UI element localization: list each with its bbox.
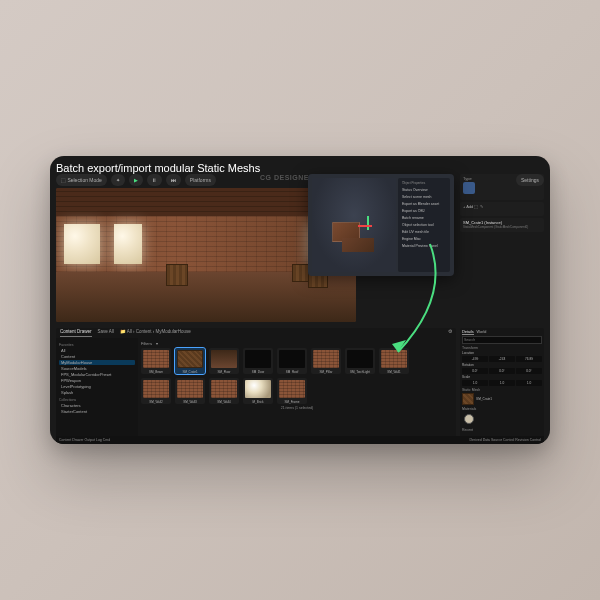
- tool-pill[interactable]: ✦: [111, 174, 125, 186]
- right-panels: Type + Add ⬚ ✎ SM_Crate1 (Instance) Stat…: [460, 174, 544, 328]
- asset-tile[interactable]: SM_Wall3: [175, 378, 205, 404]
- tree-item[interactable]: All: [59, 348, 135, 353]
- mode-pill[interactable]: ⬚ Selection Mode: [56, 174, 107, 186]
- settings-icon[interactable]: ⚙: [448, 329, 452, 337]
- menu-item[interactable]: Select scene mesh: [400, 194, 448, 200]
- asset-tile[interactable]: SM_Floor: [209, 348, 239, 374]
- material-sphere[interactable]: [464, 414, 474, 424]
- browser-tabs: Content Drawer Save All 📁 All › Content …: [56, 328, 456, 338]
- tab-details[interactable]: Details: [462, 330, 474, 335]
- screenshot-card: Batch export/import modular Static Meshs…: [50, 156, 550, 444]
- asset-tile[interactable]: SM_Wall4: [209, 378, 239, 404]
- menu-item[interactable]: Engine Misc: [400, 236, 448, 242]
- details-panel: Details World Transform Location -499-24…: [460, 328, 544, 438]
- tab-content-drawer[interactable]: Content Drawer: [60, 329, 92, 337]
- tree-item[interactable]: Content: [59, 354, 135, 359]
- tree-item[interactable]: FPS_ModularCorridorPreset: [59, 372, 135, 377]
- tree-item[interactable]: StarterContent: [59, 409, 135, 414]
- gizmo-icon[interactable]: [364, 222, 372, 230]
- footer-bar: Content Drawer Output Log Cmd Derived Da…: [56, 436, 544, 444]
- asset-tile[interactable]: SM_Roof: [277, 348, 307, 374]
- settings-pill[interactable]: Settings: [516, 174, 544, 186]
- blender-popup: Object Properties Status Overview Select…: [308, 174, 454, 276]
- menu-item[interactable]: Material Preview Panel: [400, 243, 448, 249]
- asset-tile[interactable]: SM_Crate1: [175, 348, 205, 374]
- menu-item[interactable]: Edit UV mesh tile: [400, 229, 448, 235]
- asset-tile[interactable]: SM_Door: [243, 348, 273, 374]
- tree-item[interactable]: Characters: [59, 403, 135, 408]
- tab-world[interactable]: World: [477, 330, 487, 335]
- overlay-title: Batch export/import modular Static Meshs: [56, 162, 260, 174]
- asset-tile[interactable]: M_Brick: [243, 378, 273, 404]
- tree-item[interactable]: FPWeapon: [59, 378, 135, 383]
- menu-item[interactable]: Object selection tool: [400, 222, 448, 228]
- asset-grid: Filters ▾ SM_BeamSM_Crate1SM_FloorSM_Doo…: [138, 338, 456, 438]
- asset-tile[interactable]: SM_Beam: [141, 348, 171, 374]
- tree-item-selected[interactable]: MyModularHouse: [59, 360, 135, 365]
- content-browser: Content Drawer Save All 📁 All › Content …: [56, 328, 456, 438]
- play-button[interactable]: ▶: [129, 174, 143, 186]
- asset-tile[interactable]: SM_Frame: [277, 378, 307, 404]
- tab-save-all[interactable]: Save All: [98, 329, 114, 337]
- tree-item[interactable]: LevelPrototyping: [59, 384, 135, 389]
- tree-item[interactable]: SourceModels: [59, 366, 135, 371]
- mesh-thumb[interactable]: [462, 393, 474, 405]
- menu-item[interactable]: Batch rename: [400, 215, 448, 221]
- asset-tile[interactable]: SM_TorchLight: [345, 348, 375, 374]
- skip-button[interactable]: ⏭: [166, 174, 181, 186]
- menu-item[interactable]: Status Overview: [400, 187, 448, 193]
- status-text: 21 items (1 selected): [141, 406, 453, 410]
- search-input[interactable]: [462, 336, 542, 344]
- selection-panel[interactable]: SM_Crate1 (Instance) StaticMeshComponent…: [460, 218, 544, 232]
- blender-viewport[interactable]: [312, 178, 396, 272]
- editor-top: Batch export/import modular Static Meshs…: [50, 156, 550, 328]
- tree-item[interactable]: Splash: [59, 390, 135, 395]
- outliner-panel: + Add ⬚ ✎: [460, 202, 544, 216]
- export-menu: Object Properties Status Overview Select…: [398, 178, 450, 272]
- asset-tile[interactable]: SM_Pillar: [311, 348, 341, 374]
- menu-item[interactable]: Export as Blender asset: [400, 201, 448, 207]
- menu-item[interactable]: Export as OBJ: [400, 208, 448, 214]
- pause-button[interactable]: ⏸: [147, 174, 162, 186]
- asset-tile[interactable]: SM_Wall2: [141, 378, 171, 404]
- folder-tree: Favorites All Content MyModularHouse Sou…: [56, 338, 138, 438]
- asset-tile[interactable]: SM_Wall1: [379, 348, 409, 374]
- platforms-pill[interactable]: Platforms: [185, 174, 216, 186]
